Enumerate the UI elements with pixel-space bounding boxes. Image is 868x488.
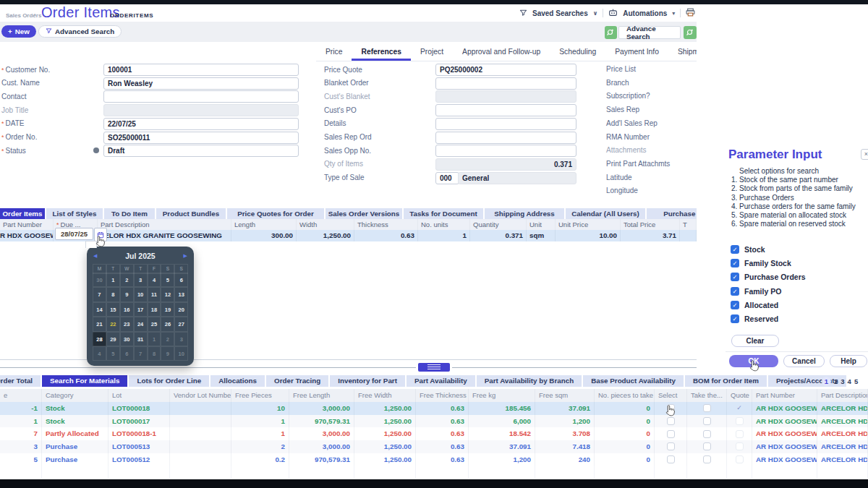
- calendar-date[interactable]: 6: [120, 346, 134, 361]
- bottom-tab[interactable]: Inventory for Part: [330, 375, 405, 387]
- form-tab[interactable]: Payment Info: [605, 45, 668, 61]
- order-col-header[interactable]: Thickness: [354, 219, 418, 230]
- materials-col-header[interactable]: Free kg: [469, 389, 535, 402]
- calendar-date[interactable]: 11: [148, 287, 161, 301]
- order-col-header[interactable]: Width: [297, 219, 354, 230]
- take-checkbox[interactable]: [703, 455, 711, 463]
- cell-quote[interactable]: [727, 427, 752, 440]
- dialog-checkbox-row[interactable]: ✓Family PO: [731, 284, 806, 298]
- order-tab[interactable]: Sales Order Versions: [326, 208, 402, 219]
- chevron-down-icon[interactable]: ∨: [593, 10, 598, 17]
- field-input[interactable]: [435, 132, 576, 144]
- calendar-date[interactable]: 5: [161, 273, 174, 287]
- page-number[interactable]: 4: [848, 377, 851, 385]
- cell-quote[interactable]: ✓: [727, 402, 752, 415]
- search-tool-icon-button[interactable]: [605, 26, 617, 39]
- calendar-date[interactable]: 1: [148, 332, 161, 346]
- bottom-tab[interactable]: Allocations: [210, 375, 265, 387]
- calendar-date[interactable]: 29: [106, 332, 120, 346]
- page-number[interactable]: 3: [841, 377, 844, 385]
- calendar-date[interactable]: 25: [148, 317, 161, 331]
- dialog-checkbox-row[interactable]: ✓Reserved: [731, 312, 806, 325]
- clear-button[interactable]: Clear: [731, 335, 779, 347]
- field-input-5[interactable]: SO25000011: [103, 132, 299, 144]
- calendar-date[interactable]: 16: [120, 302, 134, 317]
- materials-row[interactable]: 7Partly AllocatedLOT000018-113,000.001,2…: [0, 427, 868, 441]
- page-number[interactable]: 1: [822, 377, 831, 386]
- field-input-2[interactable]: [103, 90, 299, 103]
- checkbox-checked-icon[interactable]: ✓: [731, 273, 739, 281]
- calendar-date[interactable]: 30: [93, 273, 106, 287]
- cell-quote[interactable]: [727, 415, 752, 428]
- calendar-date[interactable]: 17: [134, 302, 148, 317]
- take-checkbox[interactable]: [703, 417, 711, 425]
- search-tool-icon-button-2[interactable]: [684, 26, 697, 39]
- form-tab[interactable]: Approval and Follow-up: [453, 45, 550, 61]
- materials-col-header[interactable]: Free Thickness: [416, 389, 469, 402]
- calendar-date[interactable]: 22: [106, 317, 120, 331]
- select-checkbox[interactable]: [667, 430, 675, 438]
- type-of-sale-code-input[interactable]: 000: [435, 172, 459, 184]
- bottom-tab[interactable]: BOM for Order Item: [685, 375, 767, 387]
- order-col-header[interactable]: Length: [231, 219, 297, 230]
- calendar-date[interactable]: 2: [120, 273, 134, 287]
- field-input[interactable]: PQ25000002: [435, 64, 576, 76]
- calendar-date[interactable]: 4: [148, 273, 161, 287]
- calendar-date[interactable]: 23: [120, 317, 134, 331]
- materials-col-header[interactable]: No. pieces to take: [595, 389, 655, 402]
- checkbox-checked-icon[interactable]: ✓: [731, 301, 739, 309]
- calendar-date[interactable]: 8: [148, 346, 161, 361]
- field-input[interactable]: [435, 77, 576, 90]
- field-input-6[interactable]: Draft: [103, 145, 299, 157]
- materials-col-header[interactable]: Free Width: [354, 389, 416, 402]
- cell-select[interactable]: [655, 427, 687, 440]
- advanced-search-button[interactable]: Advanced Search: [38, 25, 122, 38]
- dialog-checkbox-row[interactable]: ✓Stock: [731, 242, 806, 256]
- calendar-date[interactable]: 18: [148, 302, 161, 317]
- bottom-tab[interactable]: Part Availability: [407, 375, 475, 387]
- calendar-date[interactable]: 21: [93, 317, 106, 331]
- field-input[interactable]: [435, 145, 576, 157]
- materials-col-header[interactable]: Lot: [109, 389, 170, 402]
- order-col-header[interactable]: Total Price: [621, 219, 680, 230]
- calendar-date[interactable]: 13: [174, 287, 188, 301]
- materials-row[interactable]: 5PurchaseLOT0005120.2970,579.311,250.000…: [0, 453, 868, 467]
- help-button[interactable]: Help: [830, 355, 867, 367]
- calendar-next-icon[interactable]: ▶: [184, 253, 187, 259]
- calendar-date[interactable]: 24: [134, 317, 148, 331]
- take-checkbox[interactable]: [703, 442, 711, 450]
- calendar-date[interactable]: 27: [174, 317, 188, 331]
- bottom-tab[interactable]: Order Tracing: [266, 375, 328, 387]
- cell-quote[interactable]: [727, 440, 752, 453]
- bottom-tab[interactable]: Order Total: [0, 375, 41, 387]
- calendar-date[interactable]: 8: [106, 287, 120, 301]
- materials-col-header[interactable]: Part Description: [817, 389, 868, 402]
- order-tab[interactable]: Calendar (All Users): [566, 208, 645, 219]
- checkbox-checked-icon[interactable]: ✓: [731, 314, 739, 323]
- dialog-checkbox-row[interactable]: ✓Allocated: [731, 298, 806, 312]
- automations-button[interactable]: Automations: [623, 9, 667, 17]
- order-tab[interactable]: Purchase Order: [647, 208, 697, 219]
- form-tab[interactable]: Scheduling: [550, 45, 605, 61]
- dialog-checkbox-row[interactable]: ✓Family Stock: [731, 256, 806, 270]
- field-input-0[interactable]: 100001: [103, 64, 299, 76]
- select-checkbox[interactable]: [667, 442, 675, 450]
- calendar-date[interactable]: 3: [174, 332, 188, 346]
- advance-search-button[interactable]: Advance Search: [618, 26, 681, 39]
- order-tab[interactable]: Order Items: [0, 208, 45, 219]
- bottom-tab[interactable]: Part Availability by Branch: [477, 375, 582, 387]
- form-tab[interactable]: Price: [316, 45, 352, 61]
- order-tab[interactable]: Shipping Address: [485, 208, 564, 219]
- cell-select[interactable]: [655, 453, 687, 466]
- cell-take[interactable]: [687, 453, 727, 466]
- splitter-handle[interactable]: [418, 363, 450, 372]
- calendar-date[interactable]: 28: [93, 332, 106, 346]
- calendar-date[interactable]: 6: [174, 273, 188, 287]
- calendar-date[interactable]: 19: [161, 302, 174, 317]
- materials-col-header[interactable]: Category: [42, 389, 109, 402]
- printer-icon[interactable]: [686, 8, 695, 18]
- materials-col-header[interactable]: Take the...: [687, 389, 727, 402]
- field-input-4[interactable]: 22/07/25: [103, 118, 299, 130]
- caret-down-icon[interactable]: ▾: [672, 10, 675, 17]
- order-tab[interactable]: Tasks for Document: [404, 208, 483, 219]
